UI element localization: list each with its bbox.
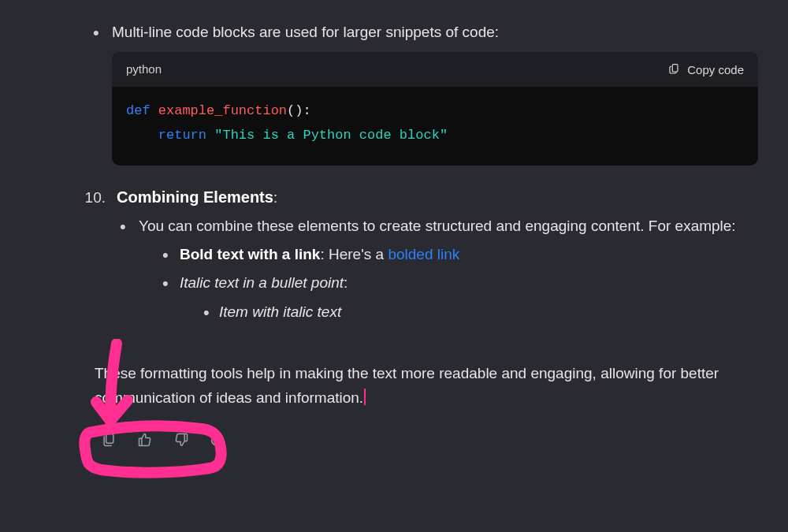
outro-paragraph: These formatting tools help in making th… bbox=[95, 362, 756, 410]
example-link[interactable]: bolded link bbox=[388, 246, 459, 262]
italic-colon: : bbox=[344, 274, 348, 291]
code-block: python Copy code def example_function():… bbox=[112, 52, 758, 165]
thumbs-down-icon bbox=[173, 438, 189, 450]
copy-code-button[interactable]: Copy code bbox=[668, 62, 744, 77]
combine-bullet: You can combine these elements to create… bbox=[120, 214, 756, 325]
list-number-10: 10. bbox=[79, 186, 106, 210]
clipboard-icon bbox=[668, 62, 681, 77]
outro-text: These formatting tools help in making th… bbox=[95, 365, 719, 405]
intro-bullet-text: Multi-line code blocks are used for larg… bbox=[112, 24, 499, 40]
refresh-icon bbox=[210, 438, 225, 450]
code-token-keyword: return bbox=[158, 128, 206, 143]
code-token-function: example_function bbox=[158, 103, 287, 118]
code-body: def example_function(): return "This is … bbox=[112, 87, 758, 165]
svg-rect-1 bbox=[106, 433, 113, 443]
after-bold: : Here's a bbox=[320, 246, 388, 262]
thumbs-up-button[interactable] bbox=[134, 429, 156, 453]
code-block-header: python Copy code bbox=[112, 52, 758, 87]
clipboard-icon bbox=[101, 438, 117, 450]
code-token-string: "This is a Python code block" bbox=[214, 128, 448, 143]
intro-bullet: Multi-line code blocks are used for larg… bbox=[93, 20, 758, 166]
thumbs-down-button[interactable] bbox=[170, 429, 192, 453]
text-cursor bbox=[364, 389, 366, 405]
section-heading: Combining Elements bbox=[117, 188, 273, 206]
message-content: Multi-line code blocks are used for larg… bbox=[0, 0, 788, 453]
code-language-label: python bbox=[126, 60, 162, 79]
message-actions bbox=[98, 429, 756, 453]
code-token-punct: (): bbox=[287, 103, 311, 118]
sub-bullet-italic: Italic text in a bullet point: Item with… bbox=[162, 271, 756, 324]
heading-colon: : bbox=[273, 190, 277, 206]
svg-rect-0 bbox=[673, 65, 678, 72]
italic-label: Italic text in a bullet point bbox=[180, 274, 344, 291]
combine-bullet-text: You can combine these elements to create… bbox=[139, 218, 736, 234]
copy-message-button[interactable] bbox=[98, 429, 120, 453]
sub-bullet-bold-link: Bold text with a link: Here's a bolded l… bbox=[162, 243, 756, 266]
bold-label: Bold text with a link bbox=[180, 246, 320, 262]
thumbs-up-icon bbox=[137, 438, 153, 450]
copy-code-label: Copy code bbox=[687, 63, 744, 76]
subsub-bullet: Item with italic text bbox=[203, 300, 756, 324]
regenerate-button[interactable] bbox=[206, 429, 229, 453]
subsub-italic-text: Item with italic text bbox=[219, 303, 341, 320]
code-token-keyword: def bbox=[126, 103, 151, 118]
